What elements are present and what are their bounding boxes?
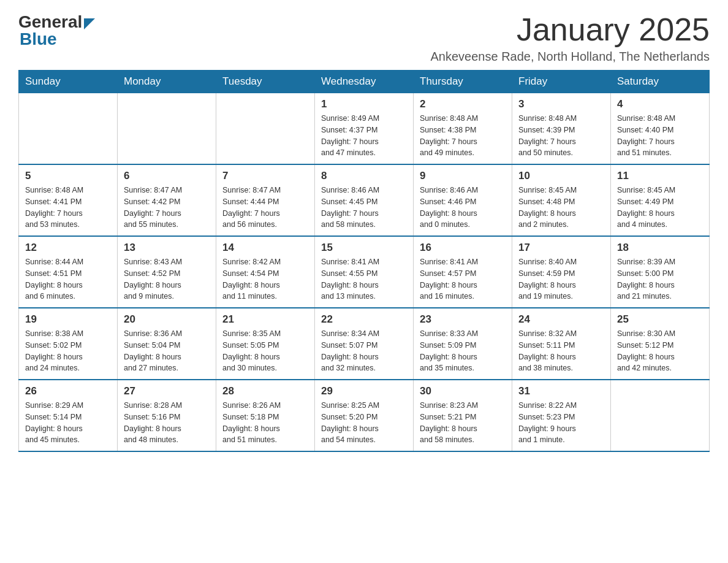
table-row xyxy=(216,93,315,165)
table-row: 9Sunrise: 8:46 AMSunset: 4:46 PMDaylight… xyxy=(414,164,512,236)
day-number: 16 xyxy=(420,242,506,254)
day-number: 4 xyxy=(617,98,703,110)
col-saturday: Saturday xyxy=(611,71,710,93)
day-info: Sunrise: 8:26 AMSunset: 5:18 PMDaylight:… xyxy=(222,400,308,446)
table-row: 10Sunrise: 8:45 AMSunset: 4:48 PMDayligh… xyxy=(512,164,611,236)
day-info: Sunrise: 8:36 AMSunset: 5:04 PMDaylight:… xyxy=(124,328,210,374)
table-row: 24Sunrise: 8:32 AMSunset: 5:11 PMDayligh… xyxy=(512,308,611,380)
day-info: Sunrise: 8:45 AMSunset: 4:49 PMDaylight:… xyxy=(617,185,703,231)
day-number: 7 xyxy=(222,170,308,182)
table-row: 3Sunrise: 8:48 AMSunset: 4:39 PMDaylight… xyxy=(512,93,611,165)
day-info: Sunrise: 8:48 AMSunset: 4:41 PMDaylight:… xyxy=(25,185,111,231)
table-row: 7Sunrise: 8:47 AMSunset: 4:44 PMDaylight… xyxy=(216,164,315,236)
day-number: 25 xyxy=(617,313,703,326)
day-info: Sunrise: 8:29 AMSunset: 5:14 PMDaylight:… xyxy=(25,400,111,446)
table-row xyxy=(118,93,216,165)
table-row: 4Sunrise: 8:48 AMSunset: 4:40 PMDaylight… xyxy=(611,93,710,165)
day-number: 31 xyxy=(518,385,604,397)
day-info: Sunrise: 8:34 AMSunset: 5:07 PMDaylight:… xyxy=(321,328,407,374)
day-info: Sunrise: 8:46 AMSunset: 4:46 PMDaylight:… xyxy=(420,185,506,231)
day-number: 11 xyxy=(617,170,703,182)
day-number: 30 xyxy=(420,385,506,397)
day-info: Sunrise: 8:22 AMSunset: 5:23 PMDaylight:… xyxy=(518,400,604,446)
day-info: Sunrise: 8:30 AMSunset: 5:12 PMDaylight:… xyxy=(617,328,703,374)
day-number: 28 xyxy=(222,385,308,397)
day-info: Sunrise: 8:32 AMSunset: 5:11 PMDaylight:… xyxy=(518,328,604,374)
title-section: January 2025 Ankeveense Rade, North Holl… xyxy=(431,12,710,64)
table-row: 27Sunrise: 8:28 AMSunset: 5:16 PMDayligh… xyxy=(118,380,216,451)
day-number: 2 xyxy=(420,98,506,110)
day-info: Sunrise: 8:43 AMSunset: 4:52 PMDaylight:… xyxy=(124,256,210,302)
col-monday: Monday xyxy=(118,71,216,93)
calendar-week-row: 26Sunrise: 8:29 AMSunset: 5:14 PMDayligh… xyxy=(19,380,710,451)
col-friday: Friday xyxy=(512,71,611,93)
table-row: 25Sunrise: 8:30 AMSunset: 5:12 PMDayligh… xyxy=(611,308,710,380)
table-row: 18Sunrise: 8:39 AMSunset: 5:00 PMDayligh… xyxy=(611,236,710,308)
day-number: 12 xyxy=(25,242,111,254)
table-row: 5Sunrise: 8:48 AMSunset: 4:41 PMDaylight… xyxy=(19,164,118,236)
day-number: 14 xyxy=(222,242,308,254)
svg-marker-0 xyxy=(84,18,95,29)
day-info: Sunrise: 8:38 AMSunset: 5:02 PMDaylight:… xyxy=(25,328,111,374)
day-info: Sunrise: 8:35 AMSunset: 5:05 PMDaylight:… xyxy=(222,328,308,374)
day-number: 23 xyxy=(420,313,506,326)
calendar-week-row: 5Sunrise: 8:48 AMSunset: 4:41 PMDaylight… xyxy=(19,164,710,236)
table-row: 11Sunrise: 8:45 AMSunset: 4:49 PMDayligh… xyxy=(611,164,710,236)
table-row: 20Sunrise: 8:36 AMSunset: 5:04 PMDayligh… xyxy=(118,308,216,380)
day-number: 5 xyxy=(25,170,111,182)
day-number: 3 xyxy=(518,98,604,110)
day-info: Sunrise: 8:47 AMSunset: 4:44 PMDaylight:… xyxy=(222,185,308,231)
day-number: 20 xyxy=(124,313,210,326)
day-number: 17 xyxy=(518,242,604,254)
col-sunday: Sunday xyxy=(19,71,118,93)
table-row: 28Sunrise: 8:26 AMSunset: 5:18 PMDayligh… xyxy=(216,380,315,451)
day-info: Sunrise: 8:44 AMSunset: 4:51 PMDaylight:… xyxy=(25,256,111,302)
table-row: 22Sunrise: 8:34 AMSunset: 5:07 PMDayligh… xyxy=(315,308,414,380)
day-info: Sunrise: 8:39 AMSunset: 5:00 PMDaylight:… xyxy=(617,256,703,302)
day-info: Sunrise: 8:48 AMSunset: 4:40 PMDaylight:… xyxy=(617,113,703,159)
day-number: 15 xyxy=(321,242,407,254)
logo-arrow-icon xyxy=(84,18,95,29)
day-info: Sunrise: 8:25 AMSunset: 5:20 PMDaylight:… xyxy=(321,400,407,446)
day-info: Sunrise: 8:42 AMSunset: 4:54 PMDaylight:… xyxy=(222,256,308,302)
table-row: 23Sunrise: 8:33 AMSunset: 5:09 PMDayligh… xyxy=(414,308,512,380)
day-info: Sunrise: 8:41 AMSunset: 4:57 PMDaylight:… xyxy=(420,256,506,302)
calendar-week-row: 19Sunrise: 8:38 AMSunset: 5:02 PMDayligh… xyxy=(19,308,710,380)
day-info: Sunrise: 8:33 AMSunset: 5:09 PMDaylight:… xyxy=(420,328,506,374)
day-info: Sunrise: 8:28 AMSunset: 5:16 PMDaylight:… xyxy=(124,400,210,446)
day-info: Sunrise: 8:40 AMSunset: 4:59 PMDaylight:… xyxy=(518,256,604,302)
day-number: 6 xyxy=(124,170,210,182)
day-number: 22 xyxy=(321,313,407,326)
day-info: Sunrise: 8:48 AMSunset: 4:38 PMDaylight:… xyxy=(420,113,506,159)
table-row xyxy=(19,93,118,165)
logo: General Blue xyxy=(18,12,95,49)
day-number: 18 xyxy=(617,242,703,254)
day-number: 27 xyxy=(124,385,210,397)
table-row: 15Sunrise: 8:41 AMSunset: 4:55 PMDayligh… xyxy=(315,236,414,308)
col-tuesday: Tuesday xyxy=(216,71,315,93)
calendar-header-row: Sunday Monday Tuesday Wednesday Thursday… xyxy=(19,71,710,93)
day-number: 21 xyxy=(222,313,308,326)
day-info: Sunrise: 8:47 AMSunset: 4:42 PMDaylight:… xyxy=(124,185,210,231)
table-row xyxy=(611,380,710,451)
table-row: 8Sunrise: 8:46 AMSunset: 4:45 PMDaylight… xyxy=(315,164,414,236)
table-row: 17Sunrise: 8:40 AMSunset: 4:59 PMDayligh… xyxy=(512,236,611,308)
table-row: 13Sunrise: 8:43 AMSunset: 4:52 PMDayligh… xyxy=(118,236,216,308)
day-number: 9 xyxy=(420,170,506,182)
table-row: 14Sunrise: 8:42 AMSunset: 4:54 PMDayligh… xyxy=(216,236,315,308)
day-info: Sunrise: 8:41 AMSunset: 4:55 PMDaylight:… xyxy=(321,256,407,302)
day-number: 26 xyxy=(25,385,111,397)
day-number: 8 xyxy=(321,170,407,182)
page-header: General Blue January 2025 Ankeveense Rad… xyxy=(18,12,710,64)
day-number: 29 xyxy=(321,385,407,397)
day-number: 10 xyxy=(518,170,604,182)
day-number: 19 xyxy=(25,313,111,326)
table-row: 26Sunrise: 8:29 AMSunset: 5:14 PMDayligh… xyxy=(19,380,118,451)
day-number: 13 xyxy=(124,242,210,254)
table-row: 6Sunrise: 8:47 AMSunset: 4:42 PMDaylight… xyxy=(118,164,216,236)
day-info: Sunrise: 8:48 AMSunset: 4:39 PMDaylight:… xyxy=(518,113,604,159)
table-row: 19Sunrise: 8:38 AMSunset: 5:02 PMDayligh… xyxy=(19,308,118,380)
day-info: Sunrise: 8:45 AMSunset: 4:48 PMDaylight:… xyxy=(518,185,604,231)
col-thursday: Thursday xyxy=(414,71,512,93)
table-row: 16Sunrise: 8:41 AMSunset: 4:57 PMDayligh… xyxy=(414,236,512,308)
